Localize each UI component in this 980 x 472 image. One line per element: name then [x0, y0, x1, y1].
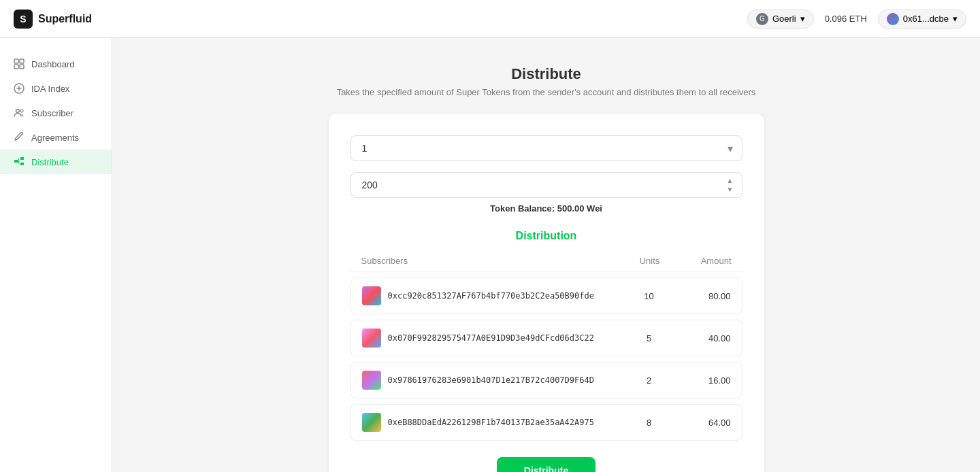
col-amount: Amount [677, 256, 732, 266]
amount-spinners: ▲ ▼ [725, 177, 736, 194]
avatar [362, 371, 381, 390]
svg-rect-2 [14, 65, 18, 69]
users-icon [14, 107, 24, 118]
page-title: Distribute [511, 65, 581, 83]
address-text: 0xcc920c851327AF767b4bf770e3b2C2ea50B90f… [388, 291, 594, 301]
sidebar-item-label: Distribute [31, 157, 69, 167]
subscriber-address: 0x97861976283e6901b407D1e217B72c4007D9F6… [362, 371, 622, 390]
amount-down-button[interactable]: ▼ [725, 186, 736, 194]
sidebar-item-distribute[interactable]: Distribute [0, 150, 112, 174]
distribute-button[interactable]: Distribute [497, 457, 595, 472]
amount-value: 40.00 [676, 333, 731, 343]
address-text: 0x070F992829575477A0E91D9D3e49dCFcd06d3C… [388, 333, 594, 343]
sidebar-item-agreements[interactable]: Agreements [0, 125, 112, 150]
sidebar: Dashboard IDA Index Subscriber [0, 38, 112, 472]
logo-text: Superfluid [38, 13, 92, 25]
units-value: 2 [622, 375, 676, 386]
network-icon: G [756, 13, 768, 25]
app-header: S Superfluid G Goerli ▾ 0.096 ETH 0x61..… [0, 0, 980, 38]
table-row: 0xeB88DDaEdA2261298F1b740137B2ae35aA42A9… [350, 404, 742, 441]
table-row: 0x070F992829575477A0E91D9D3e49dCFcd06d3C… [350, 320, 742, 356]
subscriber-address: 0xcc920c851327AF767b4bf770e3b2C2ea50B90f… [362, 286, 622, 305]
svg-rect-0 [14, 59, 18, 63]
pen-icon [14, 132, 24, 143]
sidebar-item-label: Subscriber [31, 108, 74, 118]
wallet-selector[interactable]: 0x61...dcbe ▾ [878, 10, 966, 29]
wallet-chevron-icon: ▾ [953, 14, 958, 24]
col-units: Units [623, 256, 677, 266]
amount-value: 16.00 [676, 375, 731, 386]
svg-rect-3 [20, 65, 24, 69]
plus-circle-icon [14, 83, 24, 94]
units-value: 10 [622, 291, 676, 301]
main-content: Distribute Takes the specified amount of… [112, 38, 980, 472]
amount-up-button[interactable]: ▲ [725, 177, 736, 185]
sidebar-item-dashboard[interactable]: Dashboard [0, 52, 112, 76]
sidebar-item-label: Dashboard [31, 59, 75, 69]
avatar [362, 286, 381, 305]
network-selector[interactable]: G Goerli ▾ [747, 10, 814, 29]
svg-rect-7 [14, 160, 18, 163]
page-subtitle: Takes the specified amount of Super Toke… [337, 87, 756, 97]
svg-point-6 [20, 109, 23, 112]
table-row: 0xcc920c851327AF767b4bf770e3b2C2ea50B90f… [350, 277, 742, 314]
svg-rect-9 [20, 163, 24, 165]
table-header: Subscribers Units Amount [350, 256, 742, 272]
amount-value: 80.00 [676, 291, 731, 301]
sidebar-item-label: IDA Index [31, 84, 69, 94]
address-text: 0x97861976283e6901b407D1e217B72c4007D9F6… [388, 375, 594, 385]
network-chevron-icon: ▾ [800, 14, 805, 24]
col-subscribers: Subscribers [361, 256, 623, 266]
svg-point-5 [16, 109, 20, 113]
avatar [362, 328, 381, 348]
header-right: G Goerli ▾ 0.096 ETH 0x61...dcbe ▾ [747, 10, 966, 29]
address-text: 0xeB88DDaEdA2261298F1b740137B2ae35aA42A9… [388, 418, 594, 427]
svg-rect-8 [20, 157, 24, 160]
eth-balance: 0.096 ETH [825, 14, 867, 24]
distribution-title: Distribution [350, 230, 742, 242]
units-value: 8 [622, 418, 676, 428]
table-row: 0x97861976283e6901b407D1e217B72c4007D9F6… [350, 362, 742, 399]
amount-wrapper: ▲ ▼ [350, 172, 742, 198]
amount-value: 64.00 [676, 418, 731, 428]
sidebar-item-subscriber[interactable]: Subscriber [0, 101, 112, 125]
svg-rect-1 [20, 59, 24, 63]
grid-icon [14, 58, 24, 69]
logo: S Superfluid [14, 10, 92, 29]
subscriber-list: 0xcc920c851327AF767b4bf770e3b2C2ea50B90f… [350, 277, 742, 441]
network-label: Goerli [772, 14, 796, 24]
token-balance: Token Balance: 500.00 Wei [350, 203, 742, 214]
amount-input[interactable] [350, 172, 742, 198]
sidebar-item-ida-index[interactable]: IDA Index [0, 76, 112, 101]
sidebar-item-label: Agreements [31, 133, 79, 143]
units-value: 5 [622, 333, 676, 343]
logo-icon: S [14, 10, 33, 29]
avatar [362, 413, 381, 432]
index-select-wrapper: 1 2 3 ▾ [350, 135, 742, 161]
index-select[interactable]: 1 2 3 [350, 135, 742, 161]
subscriber-address: 0xeB88DDaEdA2261298F1b740137B2ae35aA42A9… [362, 413, 622, 432]
app-layout: Dashboard IDA Index Subscriber [0, 38, 980, 472]
subscriber-address: 0x070F992829575477A0E91D9D3e49dCFcd06d3C… [362, 328, 622, 348]
wallet-address: 0x61...dcbe [903, 14, 949, 24]
share-icon [14, 156, 24, 167]
distribute-card: 1 2 3 ▾ ▲ ▼ Token Balance: 500.00 Wei Di… [329, 114, 764, 472]
distribute-btn-wrapper: Distribute [350, 457, 742, 472]
wallet-avatar [887, 13, 899, 25]
